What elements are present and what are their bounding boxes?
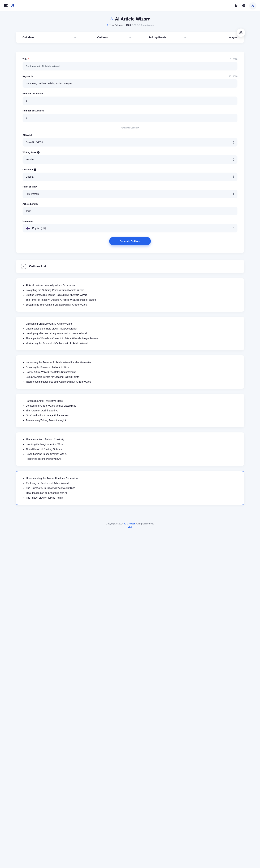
pov-label: Point of View bbox=[23, 185, 237, 188]
outlines-count-label: Number of Outlines bbox=[23, 92, 237, 95]
outline-card[interactable]: Unleashing Creativity with AI Article Wi… bbox=[15, 317, 245, 350]
outline-item: AI's Contribution to Image Enhancement bbox=[26, 413, 238, 418]
outline-item: Exploring the Features of Article Wizard bbox=[26, 481, 238, 486]
length-input[interactable] bbox=[23, 207, 237, 215]
tone-label: Writing Tone i bbox=[23, 151, 237, 154]
sparkle-icon bbox=[109, 16, 113, 22]
globe-icon[interactable] bbox=[242, 4, 246, 7]
outline-item: Incorporating Images into Your Content w… bbox=[26, 379, 238, 384]
tone-select[interactable]: Positive bbox=[23, 155, 237, 164]
step-get-ideas[interactable]: Get Ideas bbox=[23, 36, 72, 39]
outline-item: Developing Effective Talking Points with… bbox=[26, 331, 238, 336]
outline-item: Unleashing Creativity with AI Article Wi… bbox=[26, 321, 238, 326]
model-select[interactable]: OpenAI | GPT 4 bbox=[23, 138, 237, 147]
wizard-steps: Get Ideas ≫ Outlines ≫ Talking Points ≫ … bbox=[15, 32, 245, 43]
outline-item: Harnessing the Power of AI Article Wizar… bbox=[26, 360, 238, 365]
title-label: Title * bbox=[23, 58, 29, 60]
pov-select[interactable]: First Person bbox=[23, 190, 237, 198]
creativity-select[interactable]: Original bbox=[23, 173, 237, 181]
language-label: Language bbox=[23, 220, 237, 222]
outline-item: The Power of AI in Creating Effective Ou… bbox=[26, 486, 238, 490]
length-label: Article Length bbox=[23, 203, 237, 205]
advanced-options-toggle[interactable]: Advanced Options ▾ bbox=[23, 127, 237, 129]
outline-item: AI and the Art of Crafting Outlines bbox=[26, 447, 238, 452]
chevron-right-icon: ≫ bbox=[183, 36, 188, 38]
outline-item: How AI Article Wizard Facilitates Brains… bbox=[26, 370, 238, 374]
step-talking-points[interactable]: Talking Points bbox=[133, 36, 183, 39]
outlines-section-title: Outlines List bbox=[29, 265, 46, 268]
outline-item: Revolutionizing Image Creation with AI bbox=[26, 452, 238, 456]
step-images[interactable]: Images bbox=[188, 36, 237, 39]
info-icon[interactable]: i bbox=[37, 151, 39, 154]
outline-item: Understanding the Role of AI in Idea Gen… bbox=[26, 326, 238, 331]
outline-item: Demystifying Article Wizard and its Capa… bbox=[26, 403, 238, 408]
outlines-count-input[interactable] bbox=[23, 96, 237, 105]
stack-badge-icon[interactable] bbox=[237, 28, 245, 37]
info-icon[interactable]: i bbox=[34, 168, 36, 171]
menu-icon[interactable] bbox=[4, 4, 8, 7]
outline-item: Redefining Talking Points with AI bbox=[26, 456, 238, 461]
outline-item: How Images can be Enhanced with AI bbox=[26, 490, 238, 495]
outlines-section-header: 2 Outlines List bbox=[15, 260, 245, 273]
title-counter: 0 / 2000 bbox=[230, 58, 237, 60]
avatar[interactable]: A bbox=[250, 2, 256, 9]
outline-item: Understanding the Role of AI in Idea Gen… bbox=[26, 476, 238, 481]
outline-card[interactable]: Harnessing the Power of AI Article Wizar… bbox=[15, 355, 245, 389]
outline-item: The Future of Outlining with AI bbox=[26, 408, 238, 413]
outline-item: Crafting Compelling Talking Points using… bbox=[26, 292, 238, 298]
outline-card[interactable]: Understanding the Role of AI in Idea Gen… bbox=[15, 471, 245, 505]
balance-text: Your Balance is 100K GPT 3.5 Turbo Words bbox=[15, 24, 245, 26]
page-title: AI Article Wizard bbox=[15, 16, 245, 22]
title-input[interactable] bbox=[23, 62, 237, 70]
keywords-label: Keywords bbox=[23, 75, 33, 78]
language-select[interactable]: English (UK) bbox=[23, 224, 237, 232]
outline-item: Transforming Talking Points through AI bbox=[26, 418, 238, 423]
outline-card[interactable]: AI Article Wizard: Your Ally in Idea Gen… bbox=[15, 278, 245, 312]
outline-item: Harnessing AI for Innovative Ideas bbox=[26, 398, 238, 403]
keywords-counter: 43 / 1000 bbox=[229, 75, 237, 78]
step-outlines[interactable]: Outlines bbox=[77, 36, 127, 39]
outline-item: The Impact of Visuals in Content: AI Art… bbox=[26, 336, 238, 341]
creativity-label: Creativity i bbox=[23, 168, 237, 171]
outline-item: Maximizing the Potential of Outlines wit… bbox=[26, 341, 238, 346]
generate-outlines-button[interactable]: Generate Outlines bbox=[109, 237, 151, 245]
outline-item: Streamlining Your Content Creation with … bbox=[26, 302, 238, 307]
step-number-badge: 2 bbox=[21, 264, 26, 269]
outline-item: The Impact of AI on Talking Points bbox=[26, 495, 238, 500]
subtitles-count-input[interactable] bbox=[23, 114, 237, 122]
outline-item: Using AI Article Wizard for Creating Tal… bbox=[26, 374, 238, 379]
footer: Copyright © 2024 AI Creator. All rights … bbox=[0, 516, 260, 532]
subtitles-count-label: Number of Subtitles bbox=[23, 110, 237, 112]
chevron-right-icon: ≫ bbox=[127, 36, 133, 38]
outline-item: The Intersection of AI and Creativity bbox=[26, 437, 238, 442]
outline-item: Exploring the Features of AI Article Wiz… bbox=[26, 365, 238, 370]
chevron-right-icon: ≫ bbox=[72, 36, 77, 38]
outline-item: Navigating the Outlining Process with AI… bbox=[26, 288, 238, 292]
keywords-input[interactable] bbox=[23, 79, 237, 88]
form-panel: Title * 0 / 2000 Keywords 43 / 1000 Numb… bbox=[15, 52, 245, 253]
outline-card[interactable]: Harnessing AI for Innovative IdeasDemyst… bbox=[15, 394, 245, 427]
outline-item: The Power of Imagery: Utilizing AI Artic… bbox=[26, 298, 238, 302]
dark-mode-icon[interactable] bbox=[234, 4, 238, 7]
outline-item: AI Article Wizard: Your Ally in Idea Gen… bbox=[26, 283, 238, 288]
outline-card[interactable]: The Intersection of AI and CreativityUnv… bbox=[15, 432, 245, 466]
outline-item: Unveiling the Magic of Article Wizard bbox=[26, 442, 238, 447]
uk-flag-icon bbox=[26, 227, 30, 230]
topbar: A A bbox=[0, 0, 260, 11]
bolt-icon bbox=[106, 24, 109, 26]
logo[interactable]: A bbox=[11, 3, 14, 8]
model-label: AI Model bbox=[23, 134, 237, 136]
